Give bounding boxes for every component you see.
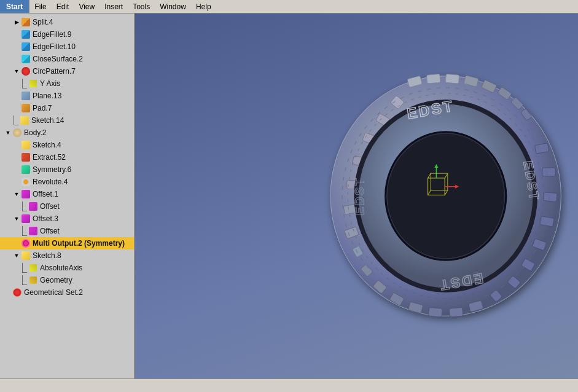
start-button[interactable]: Start	[0, 0, 29, 13]
menu-edit[interactable]: Edit	[52, 0, 74, 13]
tree-item-edgefillet9[interactable]: EdgeFillet.9	[0, 28, 134, 41]
expand-arrow[interactable]: ▶	[14, 19, 20, 25]
svg-rect-19	[449, 307, 463, 317]
expand-arrow[interactable]: ▼	[14, 216, 20, 222]
tree-item-extract52[interactable]: Extract.52	[0, 151, 134, 163]
tree-item-closesurface2[interactable]: CloseSurface.2	[0, 53, 134, 65]
tree-item-pad7[interactable]: Pad.7	[0, 102, 134, 114]
sketch-icon	[21, 140, 31, 150]
pad-icon	[21, 103, 31, 113]
tree-item-body2[interactable]: ▼Body.2	[0, 127, 134, 139]
3d-viewport[interactable]: EDST EDST EDST EDST	[135, 14, 578, 378]
tree-item-circpattern7[interactable]: ▼CircPattern.7	[0, 65, 134, 77]
branch-line	[14, 116, 18, 125]
tree-item-offset3[interactable]: ▼Offset.3	[0, 213, 134, 225]
geometry-icon	[28, 275, 38, 285]
menubar: Start File Edit View Insert Tools Window…	[0, 0, 578, 14]
sketch-icon	[21, 251, 31, 261]
tree-item-label: Offset	[40, 227, 60, 235]
menu-file[interactable]: File	[29, 0, 51, 13]
tree-item-label: CloseSurface.2	[33, 55, 83, 63]
tree-item-multioutput2[interactable]: Multi Output.2 (Symmetry)	[0, 237, 134, 249]
tree-item-label: EdgeFillet.10	[33, 43, 76, 50]
tree-item-yaxis[interactable]: Y Axis	[0, 77, 134, 90]
tree-item-label: Split.4	[33, 18, 53, 26]
tree-item-label: Pad.7	[33, 104, 52, 112]
branch-line	[22, 79, 27, 88]
expand-arrow[interactable]: ▼	[14, 191, 20, 197]
branch-line	[22, 226, 27, 236]
geoset-icon	[12, 288, 22, 297]
branch-line	[22, 263, 27, 273]
branch-line	[22, 275, 27, 285]
edgefillet-icon	[21, 29, 31, 39]
tree-item-label: Offset.1	[33, 190, 58, 198]
svg-text:EDST: EDST	[353, 177, 366, 215]
svg-rect-4	[445, 74, 459, 84]
tree-item-label: Geometrical Set.2	[24, 289, 83, 296]
tree-item-split4[interactable]: ▶Split.4	[0, 16, 134, 28]
tree-item-label: Extract.52	[33, 154, 66, 161]
tree-item-edgefillet10[interactable]: EdgeFillet.10	[0, 41, 134, 53]
menu-help[interactable]: Help	[191, 0, 216, 13]
axis-icon	[28, 79, 38, 88]
branch-line	[22, 202, 27, 211]
menu-insert[interactable]: Insert	[100, 0, 128, 13]
tree-item-label: Y Axis	[40, 80, 60, 87]
circpattern-icon	[21, 66, 31, 76]
tree-item-revolute4[interactable]: Revolute.4	[0, 176, 134, 188]
extract-icon	[21, 152, 31, 162]
feature-tree-panel: ▶Split.4EdgeFillet.9EdgeFillet.10CloseSu…	[0, 14, 135, 378]
offset-icon	[28, 202, 38, 211]
tree-item-symmetry6[interactable]: Symmetry.6	[0, 163, 134, 176]
tree-item-label: Sketch.4	[33, 141, 61, 149]
tree-item-label: Plane.13	[33, 92, 61, 100]
tree-item-sketch14[interactable]: Sketch.14	[0, 114, 134, 127]
svg-point-40	[387, 133, 505, 259]
tree-item-label: Geometry	[40, 276, 72, 284]
tree-item-geoset2[interactable]: Geometrical Set.2	[0, 286, 134, 299]
offset-icon	[21, 189, 31, 199]
sketch-icon	[20, 116, 29, 125]
tree-item-plane13[interactable]: Plane.13	[0, 90, 134, 102]
expand-arrow[interactable]: ▼	[5, 130, 11, 136]
svg-rect-20	[429, 307, 443, 317]
svg-rect-11	[542, 168, 555, 176]
offset-icon	[28, 226, 38, 236]
offset-icon	[21, 214, 31, 224]
body-icon	[12, 128, 22, 138]
svg-rect-12	[544, 192, 558, 202]
menu-window[interactable]: Window	[155, 0, 191, 13]
tree-item-label: EdgeFillet.9	[33, 31, 71, 38]
expand-arrow[interactable]: ▼	[14, 253, 20, 259]
tree-item-label: Offset.3	[33, 215, 58, 222]
tree-item-label: AbsoluteAxis	[40, 264, 82, 272]
svg-rect-3	[426, 74, 440, 84]
axis-icon	[28, 263, 38, 273]
edgefillet-icon	[21, 42, 31, 52]
tree-item-sketch8[interactable]: ▼Sketch.8	[0, 249, 134, 262]
main-content: ▶Split.4EdgeFillet.9EdgeFillet.10CloseSu…	[0, 14, 578, 378]
tree-item-label: Sketch.14	[31, 117, 64, 124]
tree-item-offset1[interactable]: ▼Offset.1	[0, 188, 134, 200]
menu-tools[interactable]: Tools	[128, 0, 155, 13]
tree-item-label: Multi Output.2 (Symmetry)	[33, 240, 125, 247]
tree-item-label: Sketch.8	[33, 252, 61, 259]
symmetry-icon	[21, 165, 31, 174]
menu-view[interactable]: View	[74, 0, 100, 13]
tree-item-label: Symmetry.6	[33, 166, 71, 173]
tree-item-offset_child[interactable]: Offset	[0, 200, 134, 213]
tree-item-label: Revolute.4	[33, 178, 68, 186]
tree-item-absoluteaxis[interactable]: AbsoluteAxis	[0, 262, 134, 274]
multioutput-icon	[21, 238, 31, 248]
tree-item-label: Offset	[40, 203, 60, 210]
split-icon	[21, 17, 31, 27]
revolute-icon	[21, 177, 31, 187]
tree-item-sketch4[interactable]: Sketch.4	[0, 139, 134, 151]
tree-item-label: Body.2	[24, 129, 46, 136]
tree-item-offset3_child[interactable]: Offset	[0, 225, 134, 237]
tree-item-label: CircPattern.7	[33, 68, 76, 75]
expand-arrow[interactable]: ▼	[14, 68, 20, 74]
tree-item-geometry[interactable]: Geometry	[0, 274, 134, 286]
plane-icon	[21, 91, 31, 101]
